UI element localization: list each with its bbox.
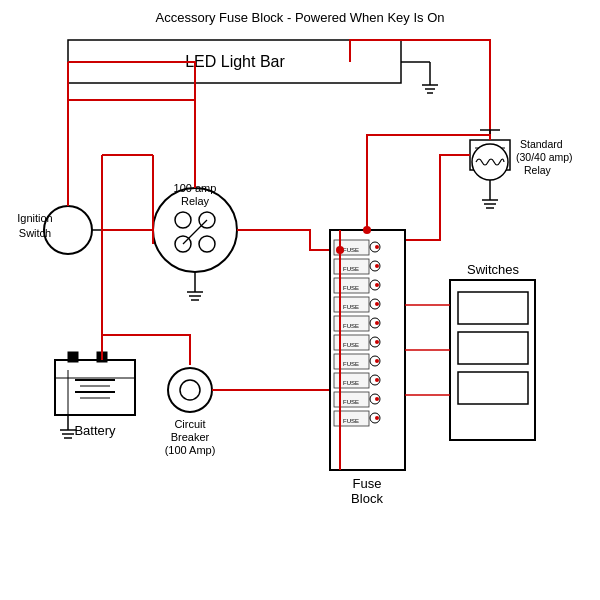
svg-point-53 [375, 283, 379, 287]
svg-point-81 [375, 416, 379, 420]
switches-label: Switches [467, 262, 520, 277]
fuse-block-label-1: Fuse [353, 476, 382, 491]
svg-text:FUSE: FUSE [343, 342, 359, 348]
standard-relay-label-3: Relay [524, 164, 552, 176]
svg-text:FUSE: FUSE [343, 418, 359, 424]
svg-text:FUSE: FUSE [343, 266, 359, 272]
svg-point-49 [375, 264, 379, 268]
svg-point-87 [363, 226, 371, 234]
svg-text:FUSE: FUSE [343, 323, 359, 329]
circuit-breaker-label-1: Circuit [174, 418, 205, 430]
ignition-label-2: Switch [19, 227, 51, 239]
svg-point-73 [375, 378, 379, 382]
circuit-breaker-label-3: (100 Amp) [165, 444, 216, 456]
svg-text:FUSE: FUSE [343, 361, 359, 367]
ignition-label-1: Ignition [17, 212, 52, 224]
svg-text:FUSE: FUSE [343, 380, 359, 386]
svg-point-77 [375, 397, 379, 401]
relay-100amp-label-2: Relay [181, 195, 210, 207]
diagram-title: Accessory Fuse Block - Powered When Key … [156, 10, 445, 25]
battery-box [55, 360, 135, 415]
switch-3 [458, 372, 528, 404]
circuit-breaker-label-2: Breaker [171, 431, 210, 443]
fuse-block-label-2: Block [351, 491, 383, 506]
svg-text:FUSE: FUSE [343, 304, 359, 310]
svg-rect-26 [68, 352, 78, 362]
svg-point-65 [375, 340, 379, 344]
svg-point-38 [180, 380, 200, 400]
wiring-diagram: Accessory Fuse Block - Powered When Key … [0, 0, 600, 600]
battery-label: Battery [74, 423, 116, 438]
svg-point-83 [336, 246, 344, 254]
svg-text:FUSE: FUSE [343, 247, 359, 253]
svg-point-45 [375, 245, 379, 249]
standard-relay-label-1: Standard [520, 138, 563, 150]
svg-point-61 [375, 321, 379, 325]
svg-text:FUSE: FUSE [343, 285, 359, 291]
led-light-bar-label: LED Light Bar [185, 53, 285, 70]
svg-point-11 [472, 144, 508, 180]
switch-1 [458, 292, 528, 324]
svg-text:FUSE: FUSE [343, 399, 359, 405]
svg-point-57 [375, 302, 379, 306]
svg-point-69 [375, 359, 379, 363]
switch-2 [458, 332, 528, 364]
standard-relay-label-2: (30/40 amp) [516, 151, 573, 163]
